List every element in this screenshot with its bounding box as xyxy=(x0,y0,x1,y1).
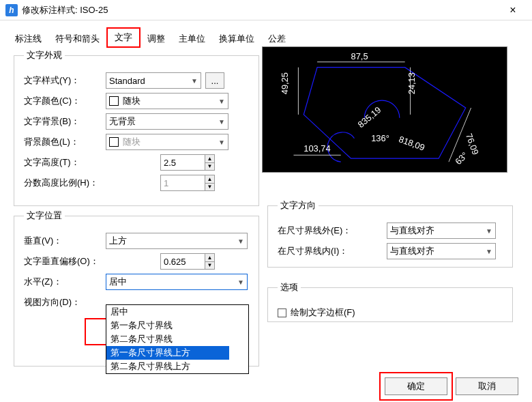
checkbox-text-frame-label: 绘制文字边框(F) xyxy=(291,306,355,319)
group-text-appearance: 文字外观 文字样式(Y)： Standard ▼ ... 文字颜色(C)： 随块… xyxy=(14,49,259,206)
window-title: 修改标注样式: ISO-25 xyxy=(22,4,499,16)
chevron-down-icon: ▼ xyxy=(191,77,198,85)
group-text-position-title: 文字位置 xyxy=(24,210,65,222)
spin-down-icon[interactable]: ▼ xyxy=(205,163,214,171)
preview-dim-3: 24,13 xyxy=(407,72,417,94)
color-swatch-icon xyxy=(109,137,119,147)
spin-up-icon: ▲ xyxy=(205,175,214,184)
select-text-style[interactable]: Standard ▼ xyxy=(106,72,201,89)
chevron-down-icon: ▼ xyxy=(237,278,244,286)
select-vertical[interactable]: 上方 ▼ xyxy=(106,233,248,249)
label-text-bg: 文字背景(B)： xyxy=(24,115,106,128)
option-ext2-above[interactable]: 第二条尺寸界线上方 xyxy=(106,360,248,373)
preview-dim-9: 63° xyxy=(453,150,469,167)
label-outside: 在尺寸界线外(E)： xyxy=(278,225,387,237)
color-swatch-icon xyxy=(109,96,119,106)
option-ext2[interactable]: 第二条尺寸界线 xyxy=(106,332,248,346)
label-text-height: 文字高度(T)： xyxy=(24,156,106,169)
preview-dim-7: 818,09 xyxy=(398,134,426,153)
ok-button[interactable]: 确定 xyxy=(385,377,447,395)
label-bg-color: 背景颜色(L)： xyxy=(24,136,106,148)
preview-dim-5: 835,19 xyxy=(356,104,383,130)
group-text-appearance-title: 文字外观 xyxy=(24,49,65,61)
button-text-style-browse[interactable]: ... xyxy=(205,72,224,89)
spin-up-icon[interactable]: ▲ xyxy=(205,254,214,262)
preview-dim-4: 76,09 xyxy=(464,132,481,156)
close-button[interactable]: × xyxy=(499,4,527,16)
option-ext1-above[interactable]: 第一条尺寸界线上方 xyxy=(106,346,229,360)
select-bg-color: 随块 ▼ xyxy=(106,134,228,150)
chevron-down-icon: ▼ xyxy=(218,98,225,105)
spin-up-icon[interactable]: ▲ xyxy=(205,155,214,163)
tab-symbols[interactable]: 符号和箭头 xyxy=(48,30,106,48)
group-text-direction-title: 文字方向 xyxy=(278,199,319,212)
group-options: 选项 绘制文字边框(F) xyxy=(267,281,513,322)
preview-panel: 87,5 49,25 24,13 76,09 835,19 136° 818,0… xyxy=(262,46,507,173)
select-inside-value: 与直线对齐 xyxy=(390,245,434,257)
preview-dim-6: 136° xyxy=(371,133,389,143)
select-inside[interactable]: 与直线对齐 ▼ xyxy=(387,243,496,259)
cancel-button[interactable]: 取消 xyxy=(456,377,518,395)
spin-down-icon: ▼ xyxy=(205,184,214,191)
label-text-style: 文字样式(Y)： xyxy=(24,74,106,87)
preview-dim-1: 87,5 xyxy=(351,51,368,61)
tab-tolerance[interactable]: 公差 xyxy=(261,30,293,48)
group-text-direction: 文字方向 在尺寸界线外(E)： 与直线对齐 ▼ 在尺寸界线内(I)： 与直线对齐… xyxy=(267,199,513,268)
preview-dim-8: 103,74 xyxy=(304,143,330,154)
spin-down-icon[interactable]: ▼ xyxy=(205,262,214,270)
select-bg-color-value: 随块 xyxy=(123,136,141,148)
checkbox-text-frame[interactable]: 绘制文字边框(F) xyxy=(278,306,355,319)
select-text-bg[interactable]: 无背景 ▼ xyxy=(106,113,228,130)
chevron-down-icon: ▼ xyxy=(237,238,244,245)
tab-dimline[interactable]: 标注线 xyxy=(8,30,48,48)
label-offset: 文字垂直偏移(O)： xyxy=(24,255,119,268)
tab-adjust[interactable]: 调整 xyxy=(141,30,172,48)
footer-buttons: 确定 取消 xyxy=(385,377,518,395)
tab-alternate[interactable]: 换算单位 xyxy=(212,30,261,48)
preview-dim-2: 49,25 xyxy=(280,72,290,94)
label-fraction-height: 分数高度比例(H)： xyxy=(24,177,119,189)
tab-text[interactable]: 文字 xyxy=(106,27,141,48)
chevron-down-icon: ▼ xyxy=(218,118,225,126)
label-horizontal: 水平(Z)： xyxy=(24,276,106,288)
select-text-bg-value: 无背景 xyxy=(109,115,136,128)
label-view-direction: 视图方向(D)： xyxy=(24,296,106,308)
tab-primary[interactable]: 主单位 xyxy=(172,30,212,48)
tab-bar: 标注线 符号和箭头 文字 调整 主单位 换算单位 公差 xyxy=(0,20,532,48)
checkbox-box-icon xyxy=(278,308,286,317)
titlebar: h 修改标注样式: ISO-25 × xyxy=(0,0,532,20)
label-text-color: 文字颜色(C)： xyxy=(24,95,106,107)
dropdown-horizontal-list[interactable]: 居中 第一条尺寸界线 第二条尺寸界线 第一条尺寸界线上方 第二条尺寸界线上方 xyxy=(106,304,249,374)
chevron-down-icon: ▼ xyxy=(486,227,492,235)
chevron-down-icon: ▼ xyxy=(218,139,225,146)
select-text-color-value: 随块 xyxy=(123,95,141,107)
label-inside: 在尺寸界线内(I)： xyxy=(278,245,387,257)
option-center[interactable]: 居中 xyxy=(106,305,248,319)
select-text-color[interactable]: 随块 ▼ xyxy=(106,93,228,109)
select-horizontal[interactable]: 居中 ▼ xyxy=(106,274,248,290)
select-vertical-value: 上方 xyxy=(109,235,127,247)
label-vertical: 垂直(V)： xyxy=(24,235,106,247)
app-icon: h xyxy=(5,4,18,16)
select-outside-value: 与直线对齐 xyxy=(390,225,434,237)
chevron-down-icon: ▼ xyxy=(486,248,492,255)
select-outside[interactable]: 与直线对齐 ▼ xyxy=(387,222,496,239)
option-ext1[interactable]: 第一条尺寸界线 xyxy=(106,319,248,332)
group-options-title: 选项 xyxy=(278,281,301,293)
select-text-style-value: Standard xyxy=(109,76,145,86)
select-horizontal-value: 居中 xyxy=(109,276,127,288)
